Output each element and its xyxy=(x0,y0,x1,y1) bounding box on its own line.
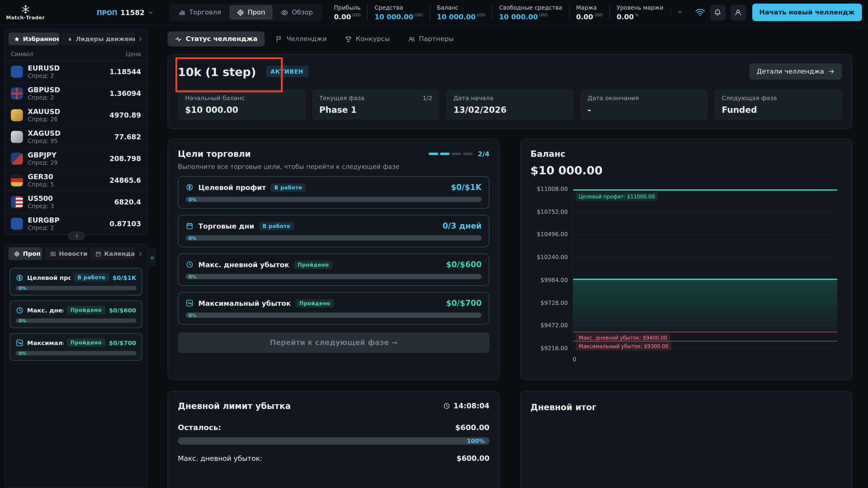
column-price: Цена xyxy=(126,51,141,57)
symbol-name: GER30 xyxy=(28,173,54,180)
symbol-spread: Спред: 26 xyxy=(28,116,60,121)
news-icon xyxy=(50,251,56,257)
stat-unit: USD xyxy=(594,13,603,18)
tab-label: Календарь xyxy=(104,250,135,257)
dollar-icon xyxy=(16,274,24,281)
account-stats: Прибыль 0.00USD Средства 10 000.00USD Ба… xyxy=(327,4,689,21)
goals-progress-count: 2/4 xyxy=(478,150,490,158)
info-value: 13/02/2026 xyxy=(453,105,566,115)
progress-segment xyxy=(451,153,461,155)
prop-side-panel: Проп Новости Календарь Целевой профит В … xyxy=(4,244,148,488)
topbar: Match·Trader ПРОП 11582 Торговля Проп Об… xyxy=(0,0,868,25)
watchlist-row[interactable]: GBPUSDСпред: 2 1.36094 xyxy=(5,83,147,104)
stat-value: 0.00 xyxy=(334,13,351,21)
stat-label: Средства xyxy=(375,4,423,11)
challenge-details-button[interactable]: Детали челленджа xyxy=(749,63,842,80)
progress-segment xyxy=(463,153,472,155)
sidebar-goal-card[interactable]: Целевой профит В работе $0/$1K 0% xyxy=(10,268,142,295)
sidebar-collapse-handle[interactable] xyxy=(148,249,156,267)
balance-value: $10 000.00 xyxy=(530,164,842,177)
watchlist-row[interactable]: GER30Спред: 5 24865.6 xyxy=(5,170,147,191)
sidebar-goal-card[interactable]: Максимальн... Пройдено $0/$700 0% xyxy=(10,333,142,361)
tab-challenge-status[interactable]: Статус челленджа xyxy=(167,31,265,47)
watchlist-collapse-button[interactable] xyxy=(68,232,85,240)
button-label: Детали челленджа xyxy=(757,67,824,76)
symbol-price: 208.798 xyxy=(110,154,141,163)
calendar-icon xyxy=(186,222,193,230)
tab-label: Проп xyxy=(248,8,265,16)
remaining-value: $600.00 xyxy=(455,423,490,432)
watchlist-row[interactable]: EURUSDСпред: 2 1.18544 xyxy=(5,61,147,83)
tab-prop-side[interactable]: Проп xyxy=(8,247,42,260)
chevrons-left-icon xyxy=(150,255,155,260)
watchlist-header: Символ Цена xyxy=(5,48,147,61)
tab-news[interactable]: Новости xyxy=(44,247,87,260)
stat-unit: USD xyxy=(477,13,485,18)
account-id: 11582 xyxy=(120,8,144,17)
symbol-name: GBPUSD xyxy=(28,87,60,93)
y-tick: $9728.00 xyxy=(540,299,568,306)
account-selector[interactable]: ПРОП 11582 xyxy=(97,8,153,17)
next-phase-button[interactable]: Перейти к следующей фазе → xyxy=(178,333,490,353)
trading-goals-card: Цели торговли 2/4 Выполните все торговые… xyxy=(167,139,500,380)
goal-progress-label: 0% xyxy=(189,197,196,201)
symbol-flag-icon xyxy=(11,174,23,186)
symbol-price: 24865.6 xyxy=(110,176,141,184)
challenge-card: 10k (1 step) АКТИВЕН Детали челленджа На… xyxy=(167,54,852,129)
watchlist-row[interactable]: XAUUSDСпред: 26 4970.89 xyxy=(5,104,147,126)
goal-progress-bar: 0% xyxy=(16,351,136,355)
watchlist-tabs: Избранное Лидеры движения xyxy=(5,30,147,48)
goal-progress-bar: 0% xyxy=(16,286,136,290)
symbol-price: 4970.89 xyxy=(110,111,141,119)
tab-trading[interactable]: Торговля xyxy=(171,5,228,19)
watchlist-row[interactable]: XAGUSDСпред: 95 77.682 xyxy=(5,126,147,148)
daily-loss-progress-label: 100% xyxy=(467,438,485,444)
notifications-button[interactable] xyxy=(710,4,725,20)
profile-button[interactable] xyxy=(730,4,746,20)
status-badge: В работе xyxy=(259,222,294,230)
tab-label: Проп xyxy=(23,250,41,257)
tab-overview[interactable]: Обзор xyxy=(274,5,320,19)
max-daily-loss-line xyxy=(573,332,837,333)
info-value: $10 000.00 xyxy=(185,105,298,115)
goal-row-max-daily-loss: Макс. дневной убыток Пройдено $0/$600 0% xyxy=(178,253,490,286)
status-badge: В работе xyxy=(271,183,306,192)
tab-label: Челленджи xyxy=(286,35,327,43)
watchlist-panel: Избранное Лидеры движения Символ Цена EU… xyxy=(4,29,148,235)
account-type: ПРОП xyxy=(97,9,117,16)
target-profit-annotation: Целевой профит: $11000.00 xyxy=(576,193,658,201)
tab-favorites[interactable]: Избранное xyxy=(8,33,59,45)
sidebar-goal-card[interactable]: Макс. дневн... Пройдено $0/$600 0% xyxy=(10,300,142,328)
symbol-name: XAUUSD xyxy=(28,108,60,115)
stats-expand-chevron[interactable] xyxy=(670,9,689,16)
tab-movers[interactable]: Лидеры движения xyxy=(61,33,135,45)
info-card-end-date: Дата окончания - xyxy=(581,89,708,120)
chevron-right-icon[interactable] xyxy=(137,36,144,42)
chevron-right-icon[interactable] xyxy=(137,251,144,257)
daily-reset-timer: 14:08:04 xyxy=(443,402,490,410)
tab-calendar[interactable]: Календарь xyxy=(90,247,135,260)
goal-value: $0/$700 xyxy=(446,298,482,308)
snowflake-icon xyxy=(21,4,30,13)
new-challenge-button[interactable]: Начать новый челлендж xyxy=(752,4,862,21)
goal-value: $0/$600 xyxy=(446,260,482,269)
tab-challenges[interactable]: Челленджи xyxy=(268,31,334,47)
target-profit-line xyxy=(573,190,837,191)
symbol-flag-icon xyxy=(11,196,23,208)
goal-label: Целевой профит xyxy=(198,183,266,192)
logo[interactable]: Match·Trader xyxy=(6,4,45,20)
symbol-spread: Спред: 95 xyxy=(28,138,61,143)
stat-free-margin: Свободные средства 10 000.00USD xyxy=(492,4,569,21)
symbol-spread: Спред: 3 xyxy=(28,203,54,208)
tab-contests[interactable]: Конкурсы xyxy=(338,31,397,47)
tab-prop[interactable]: Проп xyxy=(230,5,273,19)
user-icon xyxy=(734,8,742,16)
watchlist-row[interactable]: US500Спред: 3 6820.4 xyxy=(5,191,147,213)
wifi-icon[interactable] xyxy=(695,7,705,18)
tab-partners[interactable]: Партнеры xyxy=(401,31,461,47)
users-icon xyxy=(408,35,415,42)
goal-progress-bar: 0% xyxy=(186,313,482,318)
clock-icon xyxy=(16,306,24,314)
goal-progress-label: 0% xyxy=(189,313,196,317)
watchlist-row[interactable]: GBPJPYСпред: 29 208.798 xyxy=(5,148,147,170)
